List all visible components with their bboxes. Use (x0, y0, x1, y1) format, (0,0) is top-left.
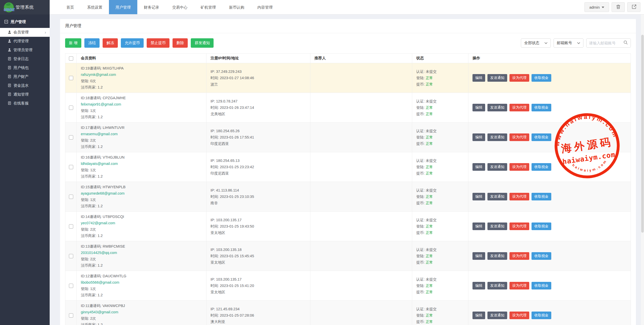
member-email-link[interactable]: felixmajor91@gmail.com (81, 101, 202, 108)
set-agent-button[interactable]: 设为代理 (509, 104, 529, 111)
sidebar-item-user-wallet[interactable]: 用户钱包 (0, 63, 50, 72)
edit-button[interactable]: 编辑 (472, 312, 485, 319)
collect-tax-button[interactable]: 收取税金 (532, 312, 551, 319)
set-agent-button[interactable]: 设为代理 (509, 282, 529, 289)
field-filter-select[interactable]: 邮箱账号 (554, 38, 583, 48)
set-agent-button[interactable]: 设为代理 (509, 312, 529, 319)
collect-tax-button[interactable]: 收取税金 (532, 74, 551, 82)
logout-button[interactable] (627, 2, 640, 12)
nav-tab-new-coin-subscribe[interactable]: 新币认购 (222, 0, 251, 14)
nav-tab-finance-records[interactable]: 财务记录 (137, 0, 166, 14)
register-location: 南非 (211, 200, 306, 206)
member-email-link[interactable]: rafszymk@gmail.com (81, 72, 202, 78)
field-filter-value: 邮箱账号 (557, 41, 572, 45)
member-fiat-merchant: 法币商家: 1.2 (81, 322, 202, 325)
scrollbar-thumb[interactable] (641, 35, 644, 233)
row-checkbox[interactable] (69, 106, 73, 110)
edit-button[interactable]: 编辑 (472, 282, 485, 289)
forbid-withdraw-button[interactable]: 禁止提币 (147, 38, 169, 48)
user-icon (8, 48, 11, 53)
send-notice-button[interactable]: 发送通知 (487, 252, 507, 260)
edit-button[interactable]: 编辑 (472, 163, 485, 171)
send-notice-button[interactable]: 发送通知 (487, 193, 507, 200)
page-scrollbar[interactable] (641, 14, 644, 325)
search-icon[interactable] (623, 40, 628, 46)
auth-status: 认证: 未提交 (416, 128, 464, 134)
allow-withdraw-button[interactable]: 允许提币 (121, 38, 144, 48)
search-input[interactable] (589, 41, 623, 45)
set-agent-button[interactable]: 设为代理 (509, 74, 529, 82)
send-notice-button[interactable]: 发送通知 (487, 133, 507, 141)
collect-tax-button[interactable]: 收取税金 (532, 223, 551, 230)
add-button[interactable]: 新 增 (65, 38, 81, 48)
edit-button[interactable]: 编辑 (472, 133, 485, 141)
set-agent-button[interactable]: 设为代理 (509, 252, 529, 260)
member-email-link[interactable]: ernasemu@gmail.com (81, 131, 202, 137)
broadcast-notice-button[interactable]: 群发通知 (191, 38, 214, 48)
sidebar-item-notice-management[interactable]: 通知管理 (0, 90, 50, 99)
send-notice-button[interactable]: 发送通知 (487, 312, 507, 319)
row-checkbox[interactable] (69, 135, 73, 140)
column-header-4: 操作 (468, 54, 631, 63)
send-notice-button[interactable]: 发送通知 (487, 282, 507, 289)
member-email-link[interactable]: ginny4543@gmail.com (81, 309, 202, 315)
row-select-cell (65, 301, 77, 325)
edit-button[interactable]: 编辑 (472, 252, 485, 260)
clear-cache-button[interactable] (612, 2, 625, 12)
set-agent-button[interactable]: 设为代理 (509, 133, 529, 141)
set-agent-button[interactable]: 设为代理 (509, 163, 529, 171)
collect-tax-button[interactable]: 收取税金 (532, 282, 551, 289)
member-email-link[interactable]: 2031014425@qq.com (81, 250, 202, 256)
set-agent-button[interactable]: 设为代理 (509, 223, 529, 230)
row-checkbox[interactable] (69, 195, 73, 199)
sidebar-item-login-logs[interactable]: 登录日志 (0, 55, 50, 63)
freeze-button[interactable]: 冻结 (84, 38, 100, 48)
edit-button[interactable]: 编辑 (472, 193, 485, 200)
row-checkbox[interactable] (69, 76, 73, 80)
nav-tab-home[interactable]: 首页 (60, 0, 81, 14)
sidebar-item-agent-management[interactable]: 代理管理 (0, 37, 50, 46)
delete-button[interactable]: 删除 (173, 38, 188, 48)
send-notice-button[interactable]: 发送通知 (487, 104, 507, 111)
collect-tax-button[interactable]: 收取税金 (532, 163, 551, 171)
send-notice-button[interactable]: 发送通知 (487, 74, 507, 82)
select-all-checkbox[interactable] (69, 56, 73, 61)
collect-tax-button[interactable]: 收取税金 (532, 133, 551, 141)
send-notice-button[interactable]: 发送通知 (487, 163, 507, 171)
sidebar-item-online-service[interactable]: 在线客服 (0, 99, 50, 108)
collect-tax-button[interactable]: 收取税金 (532, 252, 551, 260)
member-fiat-merchant: 法币商家: 1.2 (81, 203, 202, 209)
sidebar-item-member-management[interactable]: 会员管理› (0, 28, 50, 37)
nav-tab-user-management[interactable]: 用户管理 (109, 0, 137, 14)
status-filter-select[interactable]: 全部状态 (521, 38, 551, 48)
row-checkbox[interactable] (69, 284, 73, 288)
sidebar-item-fund-flow[interactable]: 资金流水 (0, 81, 50, 90)
row-checkbox[interactable] (69, 313, 73, 318)
row-checkbox[interactable] (69, 165, 73, 169)
row-checkbox[interactable] (69, 224, 73, 229)
nav-tab-content-management[interactable]: 内容管理 (251, 0, 279, 14)
nav-tab-miner-management[interactable]: 矿机管理 (194, 0, 222, 14)
sidebar-item-admin-management[interactable]: 管理员管理 (0, 46, 50, 55)
member-email-link[interactable]: ldhidayats@gmail.com (81, 161, 202, 167)
auth-status: 认证: 未提交 (416, 98, 464, 105)
edit-button[interactable]: 编辑 (472, 104, 485, 111)
sidebar-section-header[interactable]: 用户管理 (0, 14, 50, 28)
member-email-link[interactable]: yec0742@gmail.com (81, 220, 202, 226)
member-email-link[interactable]: libobo5566@gmail.com (81, 279, 202, 286)
edit-button[interactable]: 编辑 (472, 74, 485, 82)
column-header-1: 注册IP/时间/地址 (206, 54, 310, 63)
set-agent-button[interactable]: 设为代理 (509, 193, 529, 200)
unfreeze-button[interactable]: 解冻 (103, 38, 118, 48)
nav-tab-trade-center[interactable]: 交易中心 (166, 0, 194, 14)
member-email-link[interactable]: ayagumede68@gmail.com (81, 190, 202, 197)
collect-tax-button[interactable]: 收取税金 (532, 104, 551, 111)
edit-button[interactable]: 编辑 (472, 223, 485, 230)
row-checkbox[interactable] (69, 254, 73, 258)
collect-tax-button[interactable]: 收取税金 (532, 193, 551, 200)
sidebar-item-label: 通知管理 (13, 92, 29, 97)
send-notice-button[interactable]: 发送通知 (487, 223, 507, 230)
user-menu-button[interactable]: admin (584, 2, 609, 12)
nav-tab-system-settings[interactable]: 系统设置 (81, 0, 109, 14)
sidebar-item-user-assets[interactable]: 用户财产 (0, 72, 50, 81)
